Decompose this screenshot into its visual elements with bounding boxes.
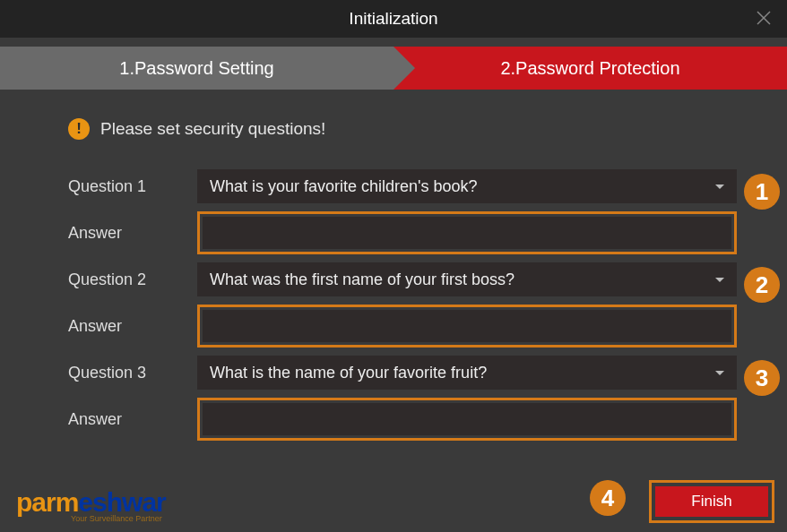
- callout-4: 4: [590, 480, 626, 516]
- answer1-highlight: [197, 211, 737, 254]
- alert-text: Please set security questions!: [100, 119, 325, 139]
- step-password-setting: 1.Password Setting: [0, 47, 394, 90]
- question2-label: Question 2: [68, 270, 194, 289]
- callout-2: 2: [744, 267, 780, 303]
- question2-row: Question 2 What was the first name of yo…: [68, 256, 737, 303]
- question1-select[interactable]: What is your favorite children's book?: [197, 169, 737, 203]
- alert-row: ! Please set security questions!: [68, 118, 737, 140]
- answer2-row: Answer: [68, 303, 737, 349]
- footer: parmeshwar Your Surveillance Partner 4 F…: [0, 469, 787, 532]
- question3-label: Question 3: [68, 364, 194, 382]
- question2-value: What was the first name of your first bo…: [210, 270, 515, 289]
- chevron-down-icon: [715, 278, 724, 282]
- warning-icon: !: [68, 118, 90, 140]
- callout-3: 3: [744, 360, 780, 396]
- close-icon[interactable]: [753, 7, 774, 29]
- question3-select[interactable]: What is the name of your favorite fruit?: [197, 356, 737, 390]
- answer1-input[interactable]: [203, 217, 731, 249]
- wizard-steps: 1.Password Setting 2.Password Protection: [0, 38, 787, 91]
- answer2-highlight: [197, 305, 737, 348]
- question1-value: What is your favorite children's book?: [210, 177, 478, 196]
- chevron-down-icon: [715, 371, 724, 375]
- content: ! Please set security questions! Questio…: [0, 91, 787, 442]
- finish-highlight: Finish: [649, 480, 774, 523]
- step-password-protection: 2.Password Protection: [394, 47, 787, 90]
- logo-text-2: eshwar: [78, 487, 165, 517]
- question3-row: Question 3 What is the name of your favo…: [68, 349, 737, 396]
- answer3-row: Answer: [68, 396, 737, 442]
- logo: parmeshwar Your Surveillance Partner: [16, 487, 166, 523]
- question3-value: What is the name of your favorite fruit?: [210, 364, 487, 382]
- window-title: Initialization: [349, 9, 437, 29]
- answer3-label: Answer: [68, 410, 194, 429]
- answer2-label: Answer: [68, 317, 194, 336]
- callout-1: 1: [744, 174, 780, 210]
- answer2-input[interactable]: [203, 310, 731, 342]
- question1-row: Question 1 What is your favorite childre…: [68, 163, 737, 210]
- question2-select[interactable]: What was the first name of your first bo…: [197, 262, 737, 296]
- answer1-label: Answer: [68, 224, 194, 243]
- chevron-down-icon: [715, 184, 724, 189]
- titlebar: Initialization: [0, 0, 787, 38]
- question1-label: Question 1: [68, 177, 194, 196]
- logo-text-1: parm: [16, 487, 78, 517]
- answer3-highlight: [197, 398, 737, 441]
- answer1-row: Answer: [68, 210, 737, 256]
- answer3-input[interactable]: [203, 403, 731, 435]
- finish-button[interactable]: Finish: [655, 486, 768, 517]
